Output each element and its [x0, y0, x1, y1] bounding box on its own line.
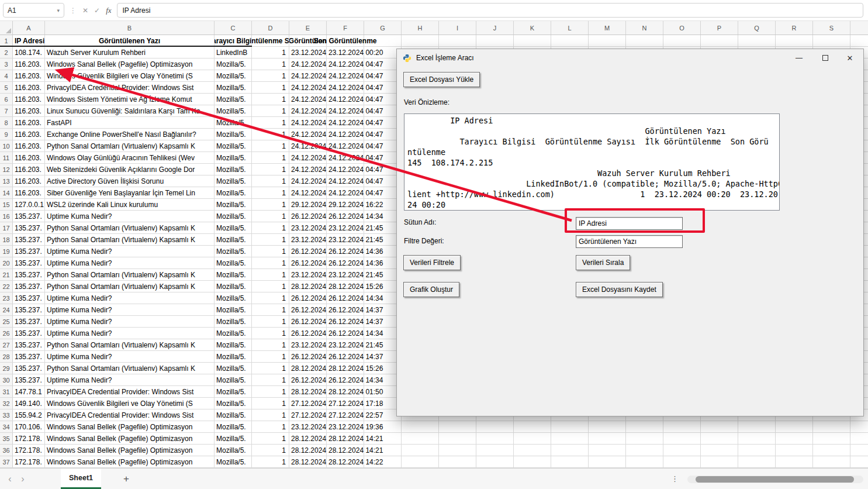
cell[interactable]: WSL2 üzerinde Kali Linux kurulumu: [45, 199, 215, 210]
cell[interactable]: [589, 433, 626, 444]
cell[interactable]: Mozilla/5.: [215, 234, 252, 245]
cell[interactable]: [701, 433, 738, 444]
cell[interactable]: Mozilla/5.: [215, 187, 252, 198]
row-header[interactable]: 7: [0, 105, 13, 116]
column-header-N[interactable]: N: [626, 21, 663, 35]
sheet-tab-sheet1[interactable]: Sheet1: [61, 469, 101, 489]
sort-data-button[interactable]: Verileri Sırala: [576, 255, 630, 270]
cell[interactable]: Uptime Kuma Nedir?: [45, 374, 215, 385]
cell[interactable]: Mozilla/5.: [215, 257, 252, 268]
cell[interactable]: 24.12.2024 04:47: [327, 175, 364, 187]
cell[interactable]: 23.12.2024: [289, 234, 327, 245]
cell[interactable]: 1: [252, 292, 289, 304]
cell[interactable]: [663, 421, 701, 432]
cell[interactable]: 26.12.2024: [289, 316, 327, 327]
cell[interactable]: 1: [252, 316, 289, 327]
cell[interactable]: [776, 35, 813, 46]
cell[interactable]: Windows Sanal Bellek (Pagefile) Optimiza…: [45, 445, 215, 456]
cell[interactable]: 27.12.2024 17:18: [327, 398, 364, 409]
cell[interactable]: [589, 456, 626, 467]
column-header-C[interactable]: C: [215, 21, 252, 35]
cell[interactable]: 28.12.2024 01:50: [327, 386, 364, 397]
cell[interactable]: [439, 433, 476, 444]
column-header-B[interactable]: B: [45, 21, 215, 35]
cell[interactable]: Windows Sanal Bellek (Pagefile) Optimiza…: [45, 433, 215, 444]
cell[interactable]: 108.174.: [13, 47, 45, 58]
row-header[interactable]: 28: [0, 351, 13, 362]
cell[interactable]: 1: [252, 129, 289, 140]
row-header[interactable]: 8: [0, 117, 13, 128]
cell[interactable]: 24.12.2024 04:47: [327, 129, 364, 140]
cell[interactable]: Mozilla/5.: [215, 269, 252, 280]
cell[interactable]: [701, 421, 738, 432]
cell[interactable]: Uptime Kuma Nedir?: [45, 316, 215, 327]
row-header[interactable]: 13: [0, 175, 13, 187]
column-header-M[interactable]: M: [589, 21, 626, 35]
cell[interactable]: [551, 433, 589, 444]
row-header[interactable]: 22: [0, 281, 13, 292]
cell[interactable]: Python Sanal Ortamları (Virtualenv) Kaps…: [45, 140, 215, 151]
cell[interactable]: Mozilla/5.: [215, 386, 252, 397]
column-header-I[interactable]: I: [439, 21, 476, 35]
cell[interactable]: 23.12.2024: [289, 222, 327, 233]
cell[interactable]: Mozilla/5.: [215, 409, 252, 421]
row-header[interactable]: 25: [0, 316, 13, 327]
header-cell[interactable]: Tarayıcı Bilgisi: [215, 35, 252, 46]
cell[interactable]: 27.12.2024 22:57: [327, 409, 364, 421]
close-button[interactable]: ✕: [841, 49, 859, 67]
cell[interactable]: 28.12.2024 14:22: [327, 456, 364, 467]
cell[interactable]: Python Sanal Ortamları (Virtualenv) Kaps…: [45, 281, 215, 292]
cell[interactable]: 24.12.2024: [289, 94, 327, 105]
row-header[interactable]: 27: [0, 339, 13, 350]
row-header[interactable]: 10: [0, 140, 13, 151]
cell[interactable]: 24.12.2024 04:47: [327, 152, 364, 163]
cell[interactable]: 26.12.2024: [289, 292, 327, 304]
cell[interactable]: Siber Güvenliğe Yeni Başlayanlar İçin Te…: [45, 187, 215, 198]
cell[interactable]: [663, 433, 701, 444]
cell[interactable]: 1: [252, 433, 289, 444]
cell[interactable]: Mozilla/5.: [215, 351, 252, 362]
cell[interactable]: 135.237.: [13, 304, 45, 315]
cell[interactable]: Mozilla/5.: [215, 152, 252, 163]
cell[interactable]: 24.12.2024: [289, 70, 327, 81]
cell[interactable]: 23.12.2024 19:36: [327, 421, 364, 432]
cell[interactable]: Mozilla/5.: [215, 105, 252, 116]
cell[interactable]: 116.203.: [13, 187, 45, 198]
cell[interactable]: 1: [252, 211, 289, 222]
cell[interactable]: 1: [252, 58, 289, 70]
cancel-icon[interactable]: ✕: [82, 6, 88, 15]
cell[interactable]: 116.203.: [13, 164, 45, 175]
cell[interactable]: 1: [252, 456, 289, 467]
horizontal-scrollbar[interactable]: [687, 476, 863, 483]
cell[interactable]: 1: [252, 82, 289, 93]
column-name-input[interactable]: [576, 217, 683, 230]
cell[interactable]: Mozilla/5.: [215, 70, 252, 81]
row-header[interactable]: 2: [0, 47, 13, 58]
save-excel-button[interactable]: Excel Dosyasını Kaydet: [576, 282, 663, 297]
cell[interactable]: 29.12.2024 16:22: [327, 199, 364, 210]
cell[interactable]: Mozilla/5.: [215, 456, 252, 467]
cell[interactable]: 135.237.: [13, 316, 45, 327]
cell[interactable]: 116.203.: [13, 117, 45, 128]
cell[interactable]: 135.237.: [13, 292, 45, 304]
chevron-down-icon[interactable]: ▾: [57, 8, 60, 13]
cell[interactable]: 135.237.: [13, 374, 45, 385]
cell[interactable]: Mozilla/5.: [215, 316, 252, 327]
row-header[interactable]: 35: [0, 433, 13, 444]
row-header[interactable]: 21: [0, 269, 13, 280]
cell[interactable]: 116.203.: [13, 94, 45, 105]
cell[interactable]: 24.12.2024 04:47: [327, 58, 364, 70]
cell[interactable]: 1: [252, 409, 289, 421]
cell[interactable]: 1: [252, 445, 289, 456]
cell[interactable]: 1: [252, 152, 289, 163]
cell[interactable]: [439, 35, 476, 46]
cell[interactable]: 24.12.2024 04:47: [327, 94, 364, 105]
row-header[interactable]: 6: [0, 94, 13, 105]
row-header[interactable]: 14: [0, 187, 13, 198]
cell[interactable]: Python Sanal Ortamları (Virtualenv) Kaps…: [45, 269, 215, 280]
column-header-H[interactable]: H: [402, 21, 439, 35]
cell[interactable]: 1: [252, 351, 289, 362]
cell[interactable]: 1: [252, 105, 289, 116]
cell[interactable]: 24.12.2024 04:47: [327, 82, 364, 93]
cell[interactable]: 1: [252, 339, 289, 350]
